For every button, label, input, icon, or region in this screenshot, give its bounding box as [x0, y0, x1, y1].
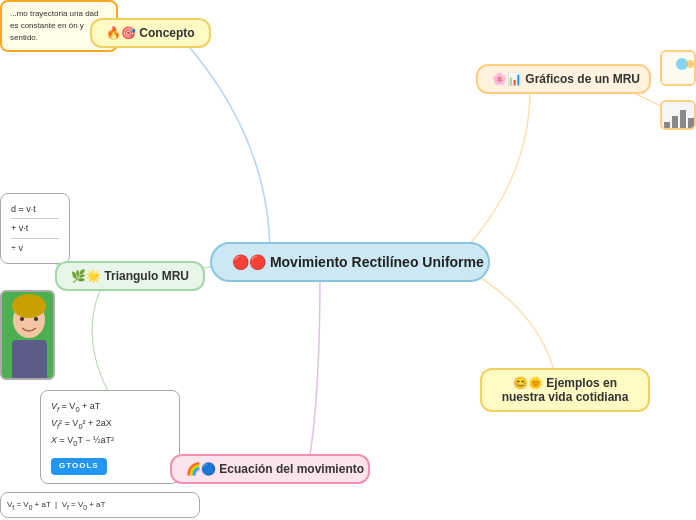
person-image: [0, 290, 55, 380]
svg-point-13: [34, 317, 38, 321]
concepto-node[interactable]: 🔥🎯 Concepto: [90, 18, 211, 48]
svg-rect-11: [12, 340, 47, 380]
ejemplos-node[interactable]: 😊🌞 Ejemplos en nuestra vida cotidiana: [480, 368, 650, 412]
ecuacion-node[interactable]: 🌈🔵 Ecuación del movimiento: [170, 454, 370, 484]
formula-line2: Vf² = V0² + 2aX: [51, 416, 169, 433]
bottom-formula-text: Vf = V0 + aT | Vf = V0 + aT: [7, 500, 105, 509]
svg-point-2: [686, 60, 694, 68]
bottom-formula: Vf = V0 + aT | Vf = V0 + aT: [0, 492, 200, 518]
svg-rect-7: [688, 118, 694, 130]
graph-thumbnail: [660, 50, 696, 86]
svg-point-12: [20, 317, 24, 321]
math-line1: d = v·t: [11, 202, 59, 216]
formula-box: Vf = V0 + aT Vf² = V0² + 2aX X = V0T − ½…: [40, 390, 180, 484]
math-line3: ÷ v: [11, 241, 59, 255]
center-node[interactable]: 🔴🔴 Movimiento Rectilíneo Uniforme: [210, 242, 490, 282]
graficos-node[interactable]: 🌸📊 Gráficos de un MRU: [476, 64, 651, 94]
triangulo-node[interactable]: 🌿🌟 Triangulo MRU: [55, 261, 205, 291]
formula-line3: X = V0T − ½aT²: [51, 433, 169, 450]
gtools-badge: GTOOLS: [51, 458, 107, 475]
svg-rect-6: [680, 110, 686, 130]
svg-rect-5: [672, 116, 678, 130]
formula-line1: Vf = V0 + aT: [51, 399, 169, 416]
svg-point-10: [12, 294, 46, 318]
math-line2: + v·t: [11, 221, 59, 235]
math-box: d = v·t + v·t ÷ v: [0, 193, 70, 264]
desc-text: ...mo trayectoria una dad es constante e…: [10, 9, 99, 42]
svg-rect-4: [664, 122, 670, 130]
graph-thumbnail-2: [660, 100, 696, 130]
